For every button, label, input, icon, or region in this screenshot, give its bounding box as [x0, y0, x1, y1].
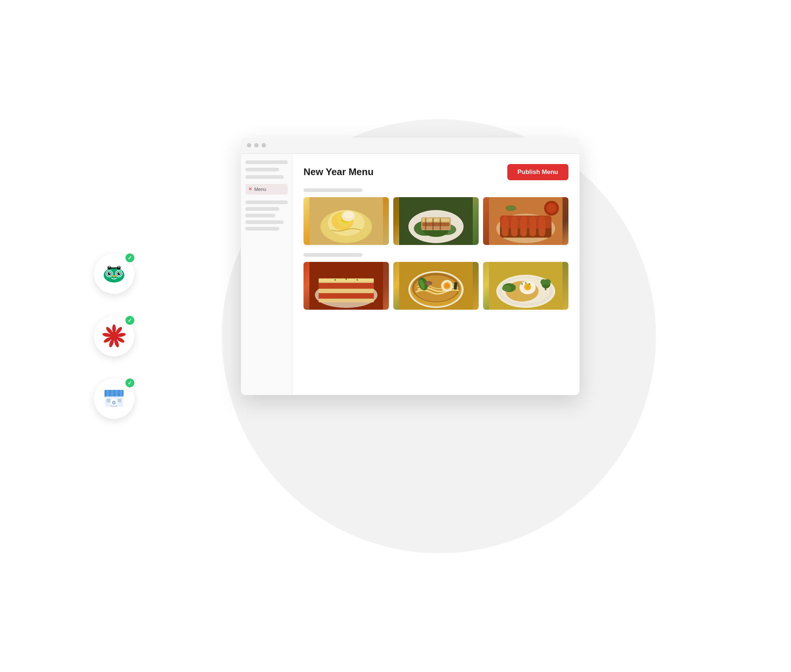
sidebar: ✕ Menu — [241, 154, 293, 395]
svg-rect-84 — [399, 262, 473, 310]
food-card-5 — [393, 262, 479, 310]
svg-point-108 — [519, 281, 536, 294]
svg-point-81 — [335, 279, 336, 281]
svg-point-106 — [503, 283, 516, 292]
tripadvisor-check-badge: ✓ — [125, 253, 135, 263]
svg-point-98 — [496, 275, 555, 308]
svg-rect-96 — [454, 282, 457, 290]
browser-window: ✕ Menu New Year Menu Publish Menu — [241, 138, 580, 395]
sidebar-bar-8 — [245, 227, 279, 230]
svg-rect-14 — [108, 267, 120, 269]
food-card-1 — [304, 197, 389, 245]
svg-point-89 — [441, 280, 453, 292]
svg-rect-60 — [489, 197, 562, 245]
svg-rect-97 — [489, 262, 562, 310]
svg-rect-59 — [489, 197, 562, 245]
svg-point-56 — [430, 219, 431, 219]
sidebar-bar-1 — [245, 160, 288, 164]
svg-rect-67 — [539, 216, 545, 237]
svg-rect-53 — [425, 218, 426, 230]
sidebar-bar-7 — [245, 220, 283, 224]
svg-rect-77 — [319, 289, 374, 293]
svg-point-47 — [438, 224, 456, 235]
browser-titlebar — [241, 138, 580, 154]
yelp-icon — [102, 325, 126, 348]
svg-rect-44 — [399, 197, 473, 245]
svg-point-40 — [337, 212, 352, 227]
svg-rect-64 — [511, 216, 518, 237]
svg-point-39 — [331, 212, 354, 230]
svg-point-69 — [544, 201, 559, 216]
svg-point-115 — [524, 290, 525, 291]
platform-icons-group: ✓ — [94, 253, 134, 419]
svg-point-93 — [418, 278, 426, 290]
sidebar-menu-item[interactable]: ✕ Menu — [245, 184, 288, 195]
menu-title: New Year Menu — [304, 166, 373, 178]
tripadvisor-icon — [101, 264, 127, 283]
svg-point-104 — [545, 279, 551, 285]
section-1-label-bar — [304, 188, 362, 192]
svg-point-45 — [408, 210, 464, 243]
svg-point-43 — [344, 211, 354, 219]
svg-point-114 — [520, 289, 521, 290]
svg-point-46 — [414, 221, 436, 236]
svg-point-103 — [540, 279, 546, 285]
svg-point-111 — [521, 283, 523, 285]
svg-point-90 — [444, 282, 451, 290]
svg-point-38 — [328, 210, 365, 236]
svg-point-37 — [320, 210, 372, 243]
gmb-icon: G — [102, 386, 126, 411]
gmb-check-badge: ✓ — [125, 378, 135, 388]
svg-rect-75 — [319, 278, 374, 283]
browser-dot-green — [262, 143, 266, 147]
svg-point-107 — [502, 285, 511, 291]
svg-rect-95 — [428, 283, 429, 286]
svg-point-42 — [341, 211, 355, 221]
svg-point-57 — [436, 219, 437, 220]
sidebar-bar-6 — [245, 214, 275, 218]
svg-point-91 — [444, 283, 450, 288]
svg-rect-76 — [319, 283, 374, 288]
sidebar-menu-label: Menu — [254, 187, 266, 192]
browser-dot-yellow — [254, 143, 259, 147]
svg-rect-32 — [107, 399, 110, 402]
svg-rect-54 — [432, 218, 434, 230]
section-2-label-bar — [304, 253, 362, 257]
svg-point-99 — [498, 277, 553, 306]
svg-rect-79 — [319, 299, 374, 302]
svg-rect-33 — [118, 399, 122, 402]
svg-rect-65 — [520, 216, 527, 237]
svg-point-88 — [414, 275, 458, 302]
food-card-4 — [304, 262, 389, 310]
tripadvisor-badge: ✓ — [94, 253, 134, 294]
svg-point-92 — [417, 276, 430, 291]
svg-rect-36 — [309, 197, 383, 245]
svg-point-101 — [506, 281, 539, 302]
svg-rect-68 — [500, 216, 551, 229]
svg-rect-74 — [319, 278, 374, 302]
svg-point-113 — [529, 283, 530, 285]
svg-point-85 — [408, 271, 464, 308]
menu-header: New Year Menu Publish Menu — [304, 164, 568, 180]
sidebar-bar-group — [245, 200, 288, 230]
svg-point-94 — [425, 281, 432, 285]
yelp-check-badge: ✓ — [125, 315, 135, 325]
check-icon: ✓ — [128, 317, 132, 323]
svg-point-100 — [502, 278, 550, 304]
svg-point-112 — [525, 282, 527, 283]
svg-point-7 — [117, 272, 120, 275]
svg-point-8 — [119, 272, 120, 274]
svg-rect-51 — [422, 222, 450, 226]
svg-rect-29 — [120, 390, 122, 397]
food-card-6 — [483, 262, 568, 310]
svg-point-87 — [412, 273, 460, 302]
publish-menu-button[interactable]: Publish Menu — [508, 164, 569, 180]
svg-point-61 — [496, 214, 555, 243]
svg-rect-66 — [529, 216, 536, 237]
svg-rect-28 — [115, 390, 118, 397]
svg-point-83 — [357, 279, 358, 281]
svg-rect-62 — [500, 216, 551, 238]
x-icon: ✕ — [248, 187, 252, 192]
check-icon: ✓ — [128, 255, 132, 261]
yelp-badge: ✓ — [94, 316, 134, 357]
